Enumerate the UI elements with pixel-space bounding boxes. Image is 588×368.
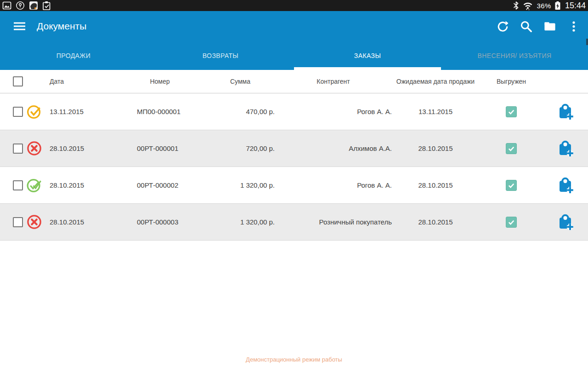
search-icon: [520, 20, 532, 32]
row-expected-date: 28.10.2015: [392, 181, 479, 189]
row-checkbox-cell: [0, 107, 23, 117]
row-expected-date: 28.10.2015: [392, 144, 479, 152]
row-actions-cell: [543, 177, 588, 194]
bag-plus-icon: [558, 103, 574, 121]
header-counterparty[interactable]: Контрагент: [275, 78, 392, 85]
folder-button[interactable]: [544, 20, 556, 32]
folder-icon: [544, 21, 556, 32]
header-number[interactable]: Номер: [114, 78, 206, 85]
select-all-checkbox[interactable]: [13, 76, 23, 86]
check-icon: [507, 181, 515, 190]
refresh-button[interactable]: [496, 20, 508, 32]
row-number: 00РТ-000002: [114, 181, 206, 189]
table-row[interactable]: 28.10.2015 00РТ-000002 1 320,00 р. Рогов…: [0, 167, 588, 204]
app-bar: Документы: [0, 11, 588, 41]
menu-button[interactable]: [13, 20, 25, 32]
overflow-menu-button[interactable]: [568, 20, 580, 32]
row-status-cell: [23, 104, 45, 120]
green-double-check-circle-icon: [26, 177, 42, 193]
pin-circle-icon: [16, 1, 25, 10]
clipboard-check-icon: [42, 1, 51, 10]
uploaded-checkbox[interactable]: [506, 180, 517, 191]
check-icon: [507, 218, 515, 226]
add-to-bag-button[interactable]: [558, 177, 574, 194]
bag-plus-icon: [558, 140, 574, 157]
red-cross-circle-icon: [26, 214, 42, 230]
row-sum: 1 320,00 р.: [206, 218, 275, 226]
row-date: 28.10.2015: [45, 218, 114, 226]
row-checkbox[interactable]: [13, 217, 23, 227]
row-checkbox-cell: [0, 144, 23, 154]
uploaded-checkbox[interactable]: [506, 217, 517, 228]
header-expected-date[interactable]: Ожидаемая дата продажи: [392, 78, 479, 85]
row-checkbox-cell: [0, 180, 23, 190]
row-number: МП00-000001: [114, 108, 206, 115]
row-expected-date: 28.10.2015: [392, 218, 479, 226]
row-actions-cell: [543, 213, 588, 231]
header-uploaded[interactable]: Выгружен: [479, 78, 543, 85]
uploaded-checkbox[interactable]: [506, 143, 517, 154]
yellow-check-circle-icon: [26, 104, 42, 120]
tab-returns-label: ВОЗВРАТЫ: [203, 52, 238, 59]
refresh-icon: [496, 20, 508, 33]
row-counterparty: Алхимов А.А.: [275, 144, 392, 152]
row-counterparty: Рогов А. А.: [275, 108, 392, 115]
row-checkbox-cell: [0, 217, 23, 227]
clock-label: 15:44: [565, 1, 586, 11]
row-counterparty: Рогов А. А.: [275, 181, 392, 189]
table-row[interactable]: 28.10.2015 00РТ-000001 720,00 р. Алхимов…: [0, 130, 588, 167]
row-number: 00РТ-000001: [114, 144, 206, 152]
wifi-icon: [522, 1, 533, 10]
demo-mode-label: Демонстрационный режим работы: [0, 356, 588, 363]
select-all-cell: [0, 76, 23, 86]
battery-percent-label: 36%: [537, 2, 551, 10]
row-date: 28.10.2015: [45, 144, 114, 152]
search-button[interactable]: [520, 20, 532, 32]
header-sum[interactable]: Сумма: [206, 78, 275, 85]
red-cross-circle-icon: [26, 140, 42, 156]
tab-bar: ПРОДАЖИ ВОЗВРАТЫ ЗАКАЗЫ ВНЕСЕНИЯ/ ИЗЪЯТИ…: [0, 41, 588, 70]
bag-plus-icon: [558, 213, 574, 231]
row-uploaded-cell: [479, 106, 543, 117]
row-uploaded-cell: [479, 143, 543, 154]
add-to-bag-button[interactable]: [558, 140, 574, 157]
row-status-cell: [23, 140, 45, 156]
add-to-bag-button[interactable]: [558, 103, 574, 121]
add-to-bag-button[interactable]: [558, 213, 574, 231]
row-sum: 1 320,00 р.: [206, 181, 275, 189]
row-number: 00РТ-000003: [114, 218, 206, 226]
header-date[interactable]: Дата: [45, 78, 114, 85]
image-icon: [2, 1, 11, 10]
tab-orders[interactable]: ЗАКАЗЫ: [294, 41, 441, 70]
row-checkbox[interactable]: [13, 144, 23, 154]
tab-sales[interactable]: ПРОДАЖИ: [0, 41, 147, 70]
row-checkbox[interactable]: [13, 180, 23, 190]
overflow-menu-icon: [572, 21, 575, 32]
app-bar-actions: [496, 20, 580, 32]
tab-deposits-withdrawals[interactable]: ВНЕСЕНИЯ/ ИЗЪЯТИЯ: [441, 41, 588, 70]
table-row[interactable]: 13.11.2015 МП00-000001 470,00 р. Рогов А…: [0, 93, 588, 130]
tab-sales-label: ПРОДАЖИ: [57, 52, 90, 59]
row-status-cell: [23, 214, 45, 230]
row-counterparty: Розничный покупатель: [275, 218, 392, 226]
row-sum: 470,00 р.: [206, 108, 275, 115]
row-uploaded-cell: [479, 217, 543, 228]
row-date: 13.11.2015: [45, 108, 114, 115]
table-row[interactable]: 28.10.2015 00РТ-000003 1 320,00 р. Розни…: [0, 204, 588, 241]
uploaded-checkbox[interactable]: [506, 106, 517, 117]
scrollbar-thumb[interactable]: [586, 39, 588, 45]
tab-orders-label: ЗАКАЗЫ: [354, 52, 381, 59]
row-date: 28.10.2015: [45, 181, 114, 189]
tab-returns[interactable]: ВОЗВРАТЫ: [147, 41, 294, 70]
bag-plus-icon: [558, 177, 574, 194]
row-status-cell: [23, 177, 45, 193]
tab-deposits-withdrawals-label: ВНЕСЕНИЯ/ ИЗЪЯТИЯ: [477, 52, 551, 59]
row-uploaded-cell: [479, 180, 543, 191]
check-icon: [507, 144, 515, 153]
row-actions-cell: [543, 103, 588, 121]
check-icon: [507, 108, 515, 116]
bluetooth-icon: [513, 1, 519, 10]
row-actions-cell: [543, 140, 588, 157]
row-checkbox[interactable]: [13, 107, 23, 117]
hamburger-icon: [14, 22, 25, 31]
